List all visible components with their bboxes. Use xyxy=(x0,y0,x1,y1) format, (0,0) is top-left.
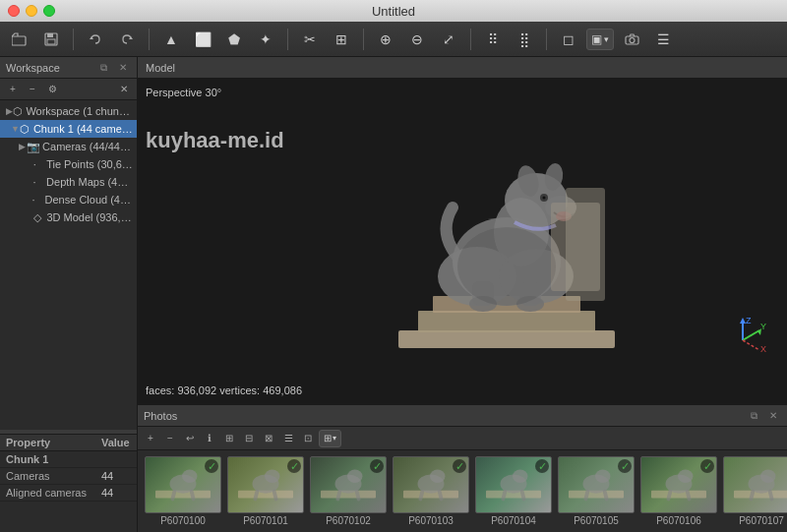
property-col-header: Property xyxy=(0,435,95,451)
svg-line-70 xyxy=(668,492,670,500)
cursor-tool[interactable]: ▲ xyxy=(157,27,185,52)
photo-check-P6070102: ✓ xyxy=(370,459,384,473)
view-dropdown[interactable]: ▣▾ xyxy=(586,29,614,50)
dog-statue xyxy=(285,108,728,375)
model-viewport[interactable]: Perspective 30° kuyhaa-me.id xyxy=(138,79,787,404)
photos-sort-dropdown[interactable]: ⊞▾ xyxy=(319,430,341,447)
photo-item-P6070107[interactable]: P6070107 xyxy=(722,456,787,526)
tree-label-model: 3D Model (936,092 fa xyxy=(46,211,133,223)
ws-settings-btn[interactable]: ⚙ xyxy=(43,81,61,98)
photo-thumb-P6070105: ✓ xyxy=(558,456,635,513)
ws-remove-btn[interactable]: − xyxy=(24,81,41,98)
pan-button[interactable]: ⤢ xyxy=(435,27,462,52)
svg-point-54 xyxy=(430,470,445,484)
perspective-label: Perspective 30° xyxy=(146,87,221,98)
svg-line-71 xyxy=(688,492,690,500)
photos-rotate-left-btn[interactable]: ↩ xyxy=(181,430,199,447)
save-button[interactable] xyxy=(37,27,65,52)
rect-select-tool[interactable]: ⬜ xyxy=(189,27,216,52)
workspace-close-btn[interactable]: ✕ xyxy=(115,60,131,76)
model-panel: Model Perspective 30° kuyhaa-me.id xyxy=(138,57,787,404)
faces-label: faces: 936,092 vertices: 469,086 xyxy=(146,384,302,396)
tree-icon-densecloud: · xyxy=(31,194,42,206)
svg-line-45 xyxy=(255,492,257,500)
svg-point-7 xyxy=(630,37,635,42)
photos-grid-btn[interactable]: ⊠ xyxy=(260,430,277,447)
props-row-chunk: Chunk 1 xyxy=(0,451,137,468)
tree-item-root[interactable]: ▶ ⬡ Workspace (1 chunks, 44 ca xyxy=(0,102,137,120)
photos-list-btn[interactable]: ☰ xyxy=(279,430,297,447)
workspace-panel-title: Workspace xyxy=(6,62,91,74)
dots-view-button[interactable]: ⣿ xyxy=(511,27,538,52)
workspace-float-btn[interactable]: ⧉ xyxy=(95,60,111,76)
photo-check-P6070101: ✓ xyxy=(287,459,301,473)
svg-point-59 xyxy=(513,470,527,484)
redo-button[interactable] xyxy=(113,27,141,52)
main-toolbar: ▲ ⬜ ⬟ ✦ ✂ ⊞ ⊕ ⊖ ⤢ ⠿ ⣿ ◻ ▣▾ ☰ xyxy=(0,22,787,57)
tree-label-tiepoints: Tie Points (30,639 poi xyxy=(46,158,133,170)
zoom-out-button[interactable]: ⊖ xyxy=(403,27,431,52)
photo-check-P6070103: ✓ xyxy=(453,459,466,473)
photo-item-P6070105[interactable]: ✓P6070105 xyxy=(557,456,636,526)
ws-add-btn[interactable]: + xyxy=(4,81,22,98)
traffic-lights xyxy=(8,5,55,17)
magic-tool[interactable]: ✦ xyxy=(252,27,279,52)
photos-panel-title: Photos xyxy=(144,410,742,422)
tree-arrow-chunk1: ▼ xyxy=(11,124,20,134)
photo-item-P6070104[interactable]: ✓P6070104 xyxy=(474,456,553,526)
photos-close-btn[interactable]: ✕ xyxy=(765,408,781,424)
poly-select-tool[interactable]: ⬟ xyxy=(220,27,248,52)
photo-check-P6070106: ✓ xyxy=(700,459,714,473)
photo-label-P6070106: P6070106 xyxy=(656,515,701,526)
photo-label-P6070104: P6070104 xyxy=(491,515,536,526)
photos-align-btn[interactable]: ⊞ xyxy=(220,430,238,447)
tree-item-model[interactable]: ◇ 3D Model (936,092 fa xyxy=(0,208,137,226)
photos-info-btn[interactable]: ℹ xyxy=(201,430,218,447)
svg-line-65 xyxy=(585,492,587,500)
undo-button[interactable] xyxy=(82,27,109,52)
tree-label-root: Workspace (1 chunks, 44 ca xyxy=(26,105,133,117)
separator-2 xyxy=(149,29,150,50)
tree-item-tiepoints[interactable]: · Tie Points (30,639 poi xyxy=(0,155,137,173)
align-tool[interactable]: ⊞ xyxy=(328,27,355,52)
close-button[interactable] xyxy=(8,5,20,17)
model-panel-title: Model xyxy=(146,62,175,74)
photo-item-P6070106[interactable]: ✓P6070106 xyxy=(639,456,718,526)
photos-detail-btn[interactable]: ⊡ xyxy=(299,430,317,447)
photos-remove-btn[interactable]: − xyxy=(161,430,179,447)
workspace-panel: Workspace ⧉ ✕ + − ⚙ ✕ ▶ ⬡ Workspace (1 c… xyxy=(0,57,137,430)
camera-button[interactable] xyxy=(618,27,645,52)
cut-tool[interactable]: ✂ xyxy=(296,27,324,52)
zoom-in-button[interactable]: ⊕ xyxy=(372,27,399,52)
separator-6 xyxy=(546,29,547,50)
tree-item-depthmaps[interactable]: · Depth Maps (44, High xyxy=(0,173,137,191)
photo-label-P6070107: P6070107 xyxy=(739,515,784,526)
photo-item-P6070101[interactable]: ✓P6070101 xyxy=(226,456,305,526)
cube-view-button[interactable]: ◻ xyxy=(555,27,582,52)
open-button[interactable] xyxy=(6,27,33,52)
photo-item-P6070103[interactable]: ✓P6070103 xyxy=(392,456,470,526)
svg-point-25 xyxy=(543,196,546,199)
photos-add-btn[interactable]: + xyxy=(142,430,159,447)
photo-thumb-P6070104: ✓ xyxy=(475,456,552,513)
photos-export-btn[interactable]: ⊟ xyxy=(240,430,258,447)
tree-label-densecloud: Dense Cloud (4,751,10 xyxy=(45,194,133,206)
maximize-button[interactable] xyxy=(43,5,55,17)
photos-scroll[interactable]: ✓P6070100 ✓P6070101 ✓P6070102 ✓P6070103 … xyxy=(138,450,787,532)
separator-3 xyxy=(287,29,288,50)
tree-item-cameras[interactable]: ▶ 📷 Cameras (44/44 aligne xyxy=(0,138,137,155)
menu-button[interactable]: ☰ xyxy=(649,27,677,52)
minimize-button[interactable] xyxy=(26,5,37,17)
ws-close-btn[interactable]: ✕ xyxy=(115,81,133,98)
photo-label-P6070101: P6070101 xyxy=(243,515,288,526)
svg-rect-8 xyxy=(398,330,615,348)
axis-widget: Z Y X xyxy=(718,316,767,365)
photo-thumb-P6070102: ✓ xyxy=(310,456,387,513)
photo-item-P6070100[interactable]: ✓P6070100 xyxy=(144,456,222,526)
photo-item-P6070102[interactable]: ✓P6070102 xyxy=(309,456,388,526)
tree-item-densecloud[interactable]: · Dense Cloud (4,751,10 xyxy=(0,191,137,208)
tree-item-chunk1[interactable]: ▼ ⬡ Chunk 1 (44 cameras, 3 xyxy=(0,120,137,138)
grid-view-button[interactable]: ⠿ xyxy=(479,27,507,52)
photo-check-P6070104: ✓ xyxy=(535,459,549,473)
photos-float-btn[interactable]: ⧉ xyxy=(746,408,761,424)
